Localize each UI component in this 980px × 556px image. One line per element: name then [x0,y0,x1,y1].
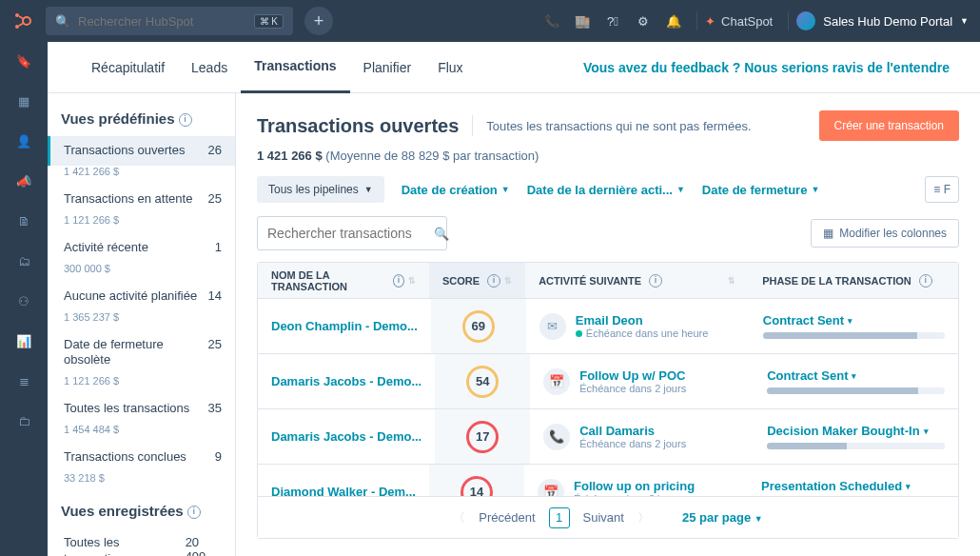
folder-icon[interactable]: 🗀 [14,411,33,430]
info-icon[interactable]: i [187,506,201,519]
col-score[interactable]: SCOREi⇅ [429,263,525,298]
col-name[interactable]: NOM DE LA TRANSACTIONi⇅ [258,269,429,292]
bookmark-icon[interactable]: 🔖 [14,51,33,70]
view-subtotal: 1 421 266 $ [48,166,235,185]
report-icon[interactable]: 📊 [14,331,33,350]
predefined-views-title: Vues prédéfiniesi [48,110,235,136]
view-subtotal: 1 365 237 $ [48,311,235,330]
tab-planifier[interactable]: Planifier [350,42,425,93]
view-item[interactable]: Toutes les transactions35 [48,394,235,424]
pager: 〈 Précédent 1 Suivant 〉 25 par page ▼ [258,496,958,538]
tab-flux[interactable]: Flux [424,42,476,93]
contact-icon[interactable]: 👤 [14,131,33,150]
table-row: Damaris Jacobs - Demo...54📅Follow Up w/ … [258,354,958,409]
filter-settings-button[interactable]: ≡ F [925,176,959,203]
tab-leads[interactable]: Leads [178,42,241,93]
deal-link[interactable]: Diamond Walker - Dem... [271,485,416,496]
global-search[interactable]: 🔍 ⌘ K [46,7,293,35]
deal-link[interactable]: Damaris Jacobs - Demo... [271,429,421,444]
page-title: Transactions ouvertes [257,115,459,137]
view-item[interactable]: Date de fermeture obsolète25 [48,330,235,376]
search-kbd: ⌘ K [254,14,284,29]
creation-date-filter[interactable]: Date de création▼ [402,183,510,197]
search-icon: 🔍 [434,227,449,241]
next-button[interactable]: Suivant [583,510,624,525]
hubspot-logo[interactable] [11,10,34,32]
prev-button[interactable]: Précédent [479,510,535,525]
phone-icon[interactable]: 📞 [537,14,567,29]
views-sidebar: Vues prédéfiniesi Transactions ouvertes2… [48,93,236,556]
svg-line-3 [19,16,24,19]
activity-link[interactable]: Email Deon [576,313,708,328]
deal-link[interactable]: Damaris Jacobs - Demo... [271,374,421,388]
activity-link[interactable]: Follow up on pricing [574,479,695,493]
modify-columns-button[interactable]: ▦Modifier les colonnes [811,219,959,248]
per-page-select[interactable]: 25 par page ▼ [682,510,763,525]
table-row: Deon Champlin - Demo...69✉Email DeonÉché… [258,299,958,354]
svg-point-2 [15,25,19,29]
view-subtotal: 1 454 484 $ [48,424,235,443]
data-icon[interactable]: ≣ [14,371,33,390]
grid-icon[interactable]: ▦ [14,91,33,110]
left-rail: 🔖 ▦ 👤 📣 🗎 🗂 ⚇ 📊 ≣ 🗀 [0,42,48,556]
info-icon: i [919,274,932,288]
notifications-icon[interactable]: 🔔 [658,14,689,29]
tab-récapitulatif[interactable]: Récapitulatif [78,42,178,93]
deal-link[interactable]: Deon Champlin - Demo... [271,319,418,333]
view-item[interactable]: Aucune activité planifiée14 [48,282,235,311]
score-ring: 17 [466,421,499,453]
tab-transactions[interactable]: Transactions [241,42,349,93]
saved-views-title: Vues enregistréesi [48,503,235,528]
create-deal-button[interactable]: Créer une transaction [819,110,959,141]
view-item[interactable]: Toutes les transactions20 499 [48,528,235,556]
cal-icon: 📅 [538,479,564,497]
deals-table: NOM DE LA TRANSACTIONi⇅ SCOREi⇅ ACTIVITÉ… [257,262,959,539]
svg-line-4 [19,23,24,26]
marketplace-icon[interactable]: 🏬 [567,14,598,29]
settings-icon[interactable]: ⚙ [628,14,658,29]
table-row: Diamond Walker - Dem...14📅Follow up on p… [258,465,958,496]
phase-select[interactable]: Decision Maker Bought-In ▾ [767,424,945,438]
deal-search-input[interactable] [267,226,434,241]
phase-select[interactable]: Presentation Scheduled ▾ [761,479,945,493]
next-icon[interactable]: 〉 [637,509,650,526]
view-subtotal: 33 218 $ [48,472,235,491]
avatar [796,11,815,30]
col-phase[interactable]: PHASE DE LA TRANSACTIONi [749,274,958,288]
prev-icon[interactable]: 〈 [453,509,465,526]
totals: 1 421 266 $ (Moyenne de 88 829 $ par tra… [257,149,959,163]
phase-select[interactable]: Contract Sent ▾ [767,368,945,383]
page-number[interactable]: 1 [549,507,570,528]
last-activity-filter[interactable]: Date de la dernière acti...▼ [527,183,685,197]
create-button[interactable]: + [304,7,333,35]
view-subtotal: 1 121 266 $ [48,214,235,233]
help-icon[interactable]: ?⃝ [598,14,628,29]
portal-switcher[interactable]: Sales Hub Demo Portal▼ [796,11,969,30]
view-item[interactable]: Transactions en attente25 [48,185,235,214]
view-item[interactable]: Activité récente1 [48,233,235,263]
activity-link[interactable]: Follow Up w/ POC [579,368,686,383]
tabs: RécapitulatifLeadsTransactionsPlanifierF… [48,42,980,93]
col-activity[interactable]: ACTIVITÉ SUIVANTEi⇅ [525,274,749,288]
feedback-link[interactable]: Vous avez du feedback ? Nous serions rav… [583,60,950,75]
pipeline-filter[interactable]: Tous les pipelines▼ [257,176,384,203]
phase-select[interactable]: Contract Sent ▾ [763,313,945,328]
score-ring: 54 [466,366,499,398]
view-item[interactable]: Transactions ouvertes26 [48,136,235,166]
deal-search[interactable]: 🔍 [257,216,447,250]
score-ring: 14 [461,476,493,497]
page-subtitle: Toutes les transactions qui ne sont pas … [486,119,751,133]
tree-icon[interactable]: ⚇ [14,291,33,310]
activity-due: Échéance dans 2 jours [579,383,686,394]
phone-icon: 📞 [543,424,570,450]
document-icon[interactable]: 🗎 [14,211,33,230]
activity-link[interactable]: Call Damaris [579,424,686,438]
search-input[interactable] [78,14,246,29]
info-icon: i [649,274,662,288]
close-date-filter[interactable]: Date de fermeture▼ [702,183,819,197]
wallet-icon[interactable]: 🗂 [14,251,33,270]
chatspot-link[interactable]: ✦ChatSpot [705,14,773,29]
info-icon[interactable]: i [179,113,192,127]
campaign-icon[interactable]: 📣 [14,171,33,190]
view-item[interactable]: Transactions conclues9 [48,443,235,472]
